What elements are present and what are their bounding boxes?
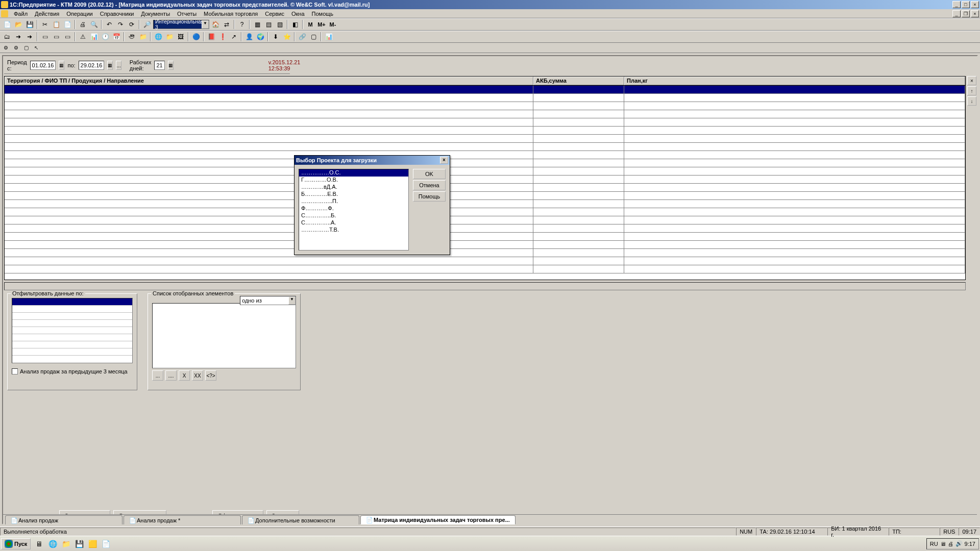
project-item[interactable]: Г…………О.В. — [299, 177, 408, 184]
grid-row[interactable] — [5, 110, 965, 118]
sec-btn-8[interactable]: 📊 — [89, 32, 99, 42]
sec-btn-15[interactable]: 🖼 — [176, 32, 186, 42]
menu-operations[interactable]: Операции — [63, 10, 96, 18]
mminus-button[interactable]: M- — [328, 19, 338, 30]
paste-icon[interactable]: 📄 — [62, 19, 72, 30]
period-to-calendar-icon[interactable]: ▦ — [107, 61, 113, 70]
nav-icon[interactable]: ⇄ — [222, 19, 232, 30]
menu-windows[interactable]: Окна — [288, 10, 308, 18]
grid-side-close-icon[interactable]: × — [967, 76, 976, 85]
sec-btn-18[interactable]: ❗ — [217, 32, 228, 42]
maximize-button[interactable]: □ — [962, 1, 970, 8]
project-item[interactable]: С…………..А. — [299, 219, 408, 227]
sec-btn-9[interactable]: 🕐 — [100, 32, 110, 42]
main-grid[interactable]: Территория / ФИО ТП / Продукция / Направ… — [4, 76, 966, 280]
tab-analysis-1[interactable]: 📄 Анализ продаж — [5, 515, 122, 524]
filter-row[interactable] — [12, 320, 132, 327]
grid-row[interactable] — [5, 200, 965, 208]
sec-btn-4[interactable]: ▭ — [40, 32, 50, 42]
menu-documents[interactable]: Документы — [137, 10, 174, 18]
sec-btn-1[interactable]: 🗂 — [2, 32, 12, 42]
workdays-input[interactable]: 21 — [154, 61, 164, 70]
tool-d-icon[interactable]: ◧ — [290, 19, 300, 30]
minimize-button[interactable]: _ — [952, 1, 961, 8]
grid-row[interactable] — [5, 118, 965, 127]
sec-btn-16[interactable]: 🔵 — [191, 32, 201, 42]
sec-btn-2[interactable]: ➜ — [13, 32, 23, 42]
tool-a-icon[interactable]: ▦ — [252, 19, 262, 30]
sec-btn-24[interactable]: 🔗 — [297, 32, 307, 42]
menu-actions[interactable]: Действия — [31, 10, 63, 18]
selected-btn-xx[interactable]: XX — [192, 370, 203, 381]
project-item[interactable]: Б…………Е.В. — [299, 191, 408, 198]
mdi-minimize-button[interactable]: _ — [952, 10, 961, 17]
grid-hscroll[interactable] — [4, 282, 966, 290]
close-button[interactable]: × — [971, 1, 979, 8]
quicklaunch-6[interactable]: 📄 — [100, 538, 112, 549]
sec-btn-7[interactable]: ⚠ — [78, 32, 88, 42]
util-btn-3[interactable]: ▢ — [22, 44, 30, 52]
print-icon[interactable]: 🖨 — [78, 19, 88, 30]
tray-icon-3[interactable]: 🔊 — [955, 540, 963, 547]
grid-row[interactable] — [5, 167, 965, 176]
dialog-close-icon[interactable]: × — [440, 157, 448, 164]
menu-help[interactable]: Помощь — [308, 10, 337, 18]
preview-icon[interactable]: 🔍 — [89, 19, 99, 30]
grid-col-plan[interactable]: План,кг — [624, 77, 965, 85]
grid-row[interactable] — [5, 208, 965, 216]
dialog-help-button[interactable]: Помощь — [413, 191, 446, 202]
sec-btn-26[interactable]: 📊 — [324, 32, 334, 42]
sec-btn-23[interactable]: ⭐ — [282, 32, 292, 42]
workdays-calc-icon[interactable]: ▦ — [168, 61, 174, 70]
menu-references[interactable]: Справочники — [96, 10, 138, 18]
project-item[interactable]: Ф…………Ф. — [299, 205, 408, 212]
project-item[interactable]: ……………..П. — [299, 198, 408, 205]
tool-b-icon[interactable]: ▤ — [263, 19, 274, 30]
m-button[interactable]: M — [305, 19, 315, 30]
quicklaunch-1[interactable]: 🖥 — [33, 538, 45, 549]
tab-analysis-2[interactable]: 📄 Анализ продаж * — [124, 515, 241, 524]
mdi-close-button[interactable]: × — [971, 10, 979, 17]
project-item[interactable]: …………вД.А. — [299, 184, 408, 191]
mplus-button[interactable]: M+ — [316, 19, 327, 30]
grid-body[interactable] — [5, 86, 965, 280]
new-icon[interactable]: 📄 — [2, 19, 12, 30]
refresh-icon[interactable]: ⟳ — [127, 19, 137, 30]
sec-btn-5[interactable]: ▭ — [51, 32, 61, 42]
project-item[interactable]: ……………О.С. — [299, 169, 408, 177]
util-btn-2[interactable]: ⚙ — [12, 44, 19, 52]
dialog-cancel-button[interactable]: Отмена — [413, 180, 446, 190]
quicklaunch-5[interactable]: 🟨 — [86, 538, 99, 549]
menu-mobile[interactable]: Мобильная торговля — [200, 10, 261, 18]
grid-row[interactable] — [5, 86, 965, 94]
filter-row[interactable] — [12, 341, 132, 348]
period-to-input[interactable]: 29.02.16 — [79, 61, 105, 70]
undo-icon[interactable]: ↶ — [104, 19, 114, 30]
grid-side-up-icon[interactable]: ↑ — [967, 86, 976, 95]
filter-row[interactable] — [12, 327, 132, 334]
filter-row[interactable] — [12, 298, 132, 306]
grid-col-territory[interactable]: Территория / ФИО ТП / Продукция / Направ… — [5, 77, 533, 85]
redo-icon[interactable]: ↷ — [115, 19, 126, 30]
filter-row[interactable] — [12, 348, 132, 356]
sec-btn-12[interactable]: 📁 — [138, 32, 148, 42]
tab-matrix[interactable]: 📄 Матрица индивидуальных задач торговых … — [360, 515, 516, 524]
dialog-ok-button[interactable]: OK — [413, 169, 446, 179]
project-item[interactable]: С…………..Б. — [299, 212, 408, 219]
filter-row[interactable] — [12, 306, 132, 313]
grid-row[interactable] — [5, 176, 965, 184]
grid-row[interactable] — [5, 127, 965, 135]
dialog-titlebar[interactable]: Выбор Проекта для загрузки × — [295, 156, 450, 165]
search-combo-dropdown-icon[interactable]: ▼ — [202, 20, 209, 29]
start-button[interactable]: Пуск — [1, 538, 31, 549]
sec-btn-10[interactable]: 📅 — [111, 32, 121, 42]
grid-row[interactable] — [5, 135, 965, 143]
grid-row[interactable] — [5, 94, 965, 102]
find-icon[interactable]: 🔎 — [142, 19, 152, 30]
grid-row[interactable] — [5, 102, 965, 110]
grid-side-down-icon[interactable]: ↓ — [967, 96, 976, 106]
grid-row[interactable] — [5, 192, 965, 200]
project-list[interactable]: ……………О.С. Г…………О.В. …………вД.А. Б…………Е.В. … — [299, 169, 409, 251]
sec-btn-21[interactable]: 🌍 — [255, 32, 265, 42]
period-ellipsis-button[interactable]: ... — [116, 61, 121, 70]
